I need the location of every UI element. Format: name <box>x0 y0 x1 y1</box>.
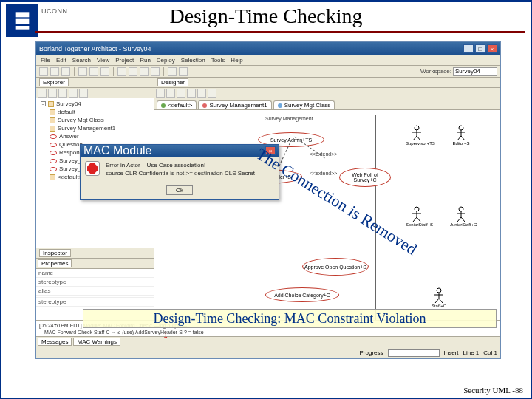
error-icon <box>85 161 100 176</box>
menu-selection[interactable]: Selection <box>181 57 205 64</box>
svg-point-8 <box>459 126 463 130</box>
svg-point-13 <box>415 207 419 211</box>
status-progress-label: Progress <box>359 349 383 356</box>
designer-tool[interactable] <box>177 89 185 98</box>
designer-tool[interactable] <box>187 89 196 98</box>
explorer-tool[interactable] <box>58 89 67 98</box>
tab-mac-warnings[interactable]: MAC Warnings <box>73 338 120 346</box>
toolbar-button[interactable] <box>78 67 87 76</box>
svg-line-26 <box>435 299 439 303</box>
explorer-tool[interactable] <box>38 89 47 98</box>
toolbar-button[interactable] <box>61 67 70 76</box>
inspector-properties[interactable]: Properties <box>38 259 72 267</box>
toolbar: Workspace: <box>36 66 500 78</box>
file-tab[interactable]: Survey Mgt Class <box>273 100 335 109</box>
prop-value[interactable] <box>88 298 154 306</box>
toolbar-button[interactable] <box>168 67 177 76</box>
annotation-banner: Design-Time Checking: MAC Constraint Vio… <box>83 309 497 328</box>
toolbar-button[interactable] <box>179 67 188 76</box>
progress-bar <box>388 349 440 357</box>
diagram-canvas[interactable]: Survey Management Survey Admin+TS Add Su… <box>154 110 500 329</box>
tree-item[interactable]: Survey Management1 <box>58 124 115 132</box>
prop-key: stereotype <box>36 278 88 286</box>
prop-key: alias <box>36 287 88 295</box>
menu-view[interactable]: View <box>97 57 109 64</box>
dialog-line2: source CLR Confidentia is not >= destina… <box>106 169 274 177</box>
tree-item[interactable]: default <box>58 108 75 116</box>
slide-title: Design-Time Checking <box>0 4 532 28</box>
prop-key <box>36 296 88 297</box>
menu-run[interactable]: Run <box>140 57 151 64</box>
extend-label: <<extend>> <box>310 151 337 157</box>
menu-help[interactable]: Help <box>231 57 242 64</box>
actor-staff[interactable]: Staff+C <box>428 287 450 308</box>
svg-line-12 <box>461 136 465 140</box>
tree-item[interactable]: Answer <box>59 132 79 140</box>
title-underline <box>35 31 525 33</box>
svg-point-18 <box>459 207 463 211</box>
usecase-add-cat[interactable]: Add Choice Category+C <box>265 287 339 302</box>
ok-button[interactable]: Ok <box>166 185 193 195</box>
file-tab[interactable]: <default> <box>157 100 197 109</box>
usecase-approve[interactable]: Approve Open Question+S <box>302 258 369 276</box>
prop-value[interactable] <box>88 296 154 297</box>
menu-deploy[interactable]: Deploy <box>157 57 175 64</box>
actor-junior[interactable]: JuniorStaff+C <box>450 206 472 227</box>
workspace-label: Workspace: <box>420 68 451 75</box>
actor-senior[interactable]: SeniorStaff+S <box>406 206 428 227</box>
prop-value[interactable] <box>88 278 154 286</box>
actor-editor[interactable]: Editor+S <box>450 125 472 146</box>
prop-key: name <box>36 269 88 277</box>
arrow-down-icon: ↓ <box>163 328 168 341</box>
menu-project[interactable]: Project <box>115 57 134 64</box>
toolbar-button[interactable] <box>117 67 126 76</box>
svg-point-23 <box>437 288 441 293</box>
menubar: File Edit Search View Project Run Deploy… <box>36 55 500 66</box>
tree-item[interactable]: <default> <box>58 173 82 181</box>
svg-line-11 <box>457 136 461 140</box>
svg-point-3 <box>415 126 419 130</box>
slide-footer: Security UML -88 <box>463 386 523 395</box>
menu-file[interactable]: File <box>41 57 50 64</box>
prop-value[interactable] <box>88 287 154 295</box>
designer-tool[interactable] <box>208 89 216 98</box>
explorer-tool[interactable] <box>69 89 78 98</box>
status-bar: Progress Insert Line 1 Col 1 <box>36 347 500 358</box>
svg-line-17 <box>417 217 420 222</box>
tab-inspector[interactable]: Inspector <box>39 249 71 257</box>
explorer-tool[interactable] <box>79 89 88 98</box>
toolbar-button[interactable] <box>39 67 48 76</box>
designer-tool[interactable] <box>197 89 206 98</box>
toolbar-button[interactable] <box>100 67 109 76</box>
menu-edit[interactable]: Edit <box>56 57 66 64</box>
dialog-title: MAC Module <box>83 144 151 157</box>
app-titlebar: Borland Together Architect - Survey04 _ … <box>36 42 500 55</box>
toolbar-button[interactable] <box>129 67 137 76</box>
file-tab[interactable]: Survey Management1 <box>198 100 271 109</box>
toolbar-button[interactable] <box>151 67 160 76</box>
explorer-tool[interactable] <box>48 89 57 98</box>
tree-item[interactable]: Survey Mgt Class <box>58 116 104 124</box>
tab-designer[interactable]: Designer <box>157 78 188 86</box>
svg-line-6 <box>413 136 417 140</box>
svg-line-22 <box>461 217 465 222</box>
actor-supervisor[interactable]: Supervisor+TS <box>406 125 428 146</box>
prop-value[interactable] <box>88 269 154 277</box>
toolbar-button[interactable] <box>140 67 149 76</box>
close-button[interactable]: × <box>487 44 497 53</box>
svg-line-7 <box>417 136 420 140</box>
svg-line-21 <box>457 217 461 222</box>
usecase-web-poll[interactable]: Web Poll of Survey+C <box>339 168 391 187</box>
menu-search[interactable]: Search <box>72 57 91 64</box>
toolbar-button[interactable] <box>89 67 98 76</box>
minimize-button[interactable]: _ <box>463 44 474 53</box>
tab-explorer[interactable]: Explorer <box>39 78 69 86</box>
designer-tool[interactable] <box>166 89 175 98</box>
toolbar-button[interactable] <box>50 67 59 76</box>
designer-tool[interactable] <box>156 89 165 98</box>
menu-tools[interactable]: Tools <box>211 57 225 64</box>
workspace-field[interactable] <box>453 67 497 76</box>
tree-root[interactable]: Survey04 <box>56 100 81 108</box>
maximize-button[interactable]: □ <box>475 44 485 53</box>
tab-messages[interactable]: Messages <box>38 338 72 346</box>
